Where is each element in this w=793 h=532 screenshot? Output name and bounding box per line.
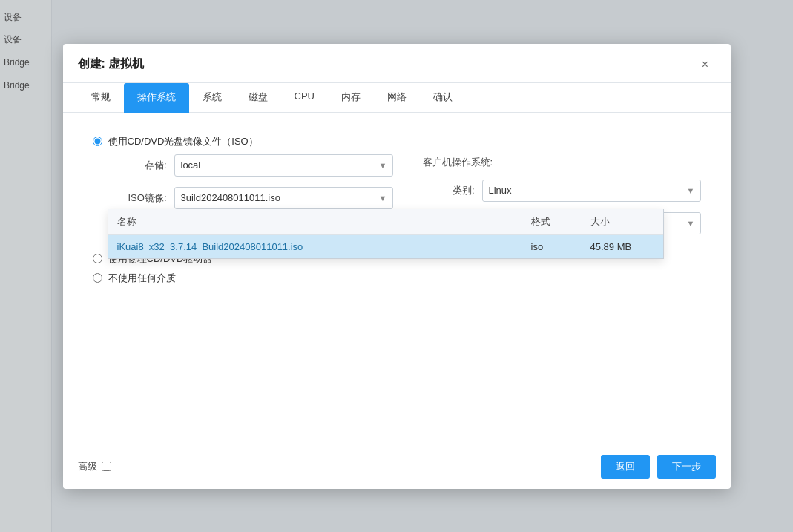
storage-row: 存储: local ▼ bbox=[115, 154, 393, 177]
next-button[interactable]: 下一步 bbox=[657, 455, 716, 479]
radio-label-none: 不使用任何介质 bbox=[108, 272, 176, 285]
dialog-header: 创建: 虚拟机 × bbox=[63, 44, 731, 83]
dropdown-item-format: iso bbox=[522, 235, 582, 258]
back-button[interactable]: 返回 bbox=[601, 455, 650, 479]
radio-no-media[interactable] bbox=[93, 273, 102, 283]
tab-disk[interactable]: 磁盘 bbox=[235, 83, 281, 113]
advanced-section: 高级 bbox=[78, 460, 111, 473]
iso-dropdown: 名称 格式 大小 iKuai8_x32_3.7.14_Build20240801… bbox=[108, 209, 664, 259]
category-select[interactable]: Linux bbox=[482, 180, 701, 202]
tab-bar: 常规 操作系统 系统 磁盘 CPU 内存 网络 确认 bbox=[63, 83, 731, 113]
close-button[interactable]: × bbox=[695, 54, 716, 75]
dropdown-item-size: 45.89 MB bbox=[582, 235, 663, 258]
iso-form-left: 存储: local ▼ ISO镜像: 3uild2024080 bbox=[115, 154, 393, 245]
radio-row-none: 不使用任何介质 bbox=[93, 272, 701, 285]
radio-label-iso: 使用CD/DVD光盘镜像文件（ISO） bbox=[108, 135, 258, 148]
category-select-wrapper: Linux ▼ bbox=[482, 180, 701, 202]
advanced-checkbox[interactable] bbox=[102, 462, 111, 471]
category-label: 类别: bbox=[423, 184, 475, 197]
radio-use-iso[interactable] bbox=[93, 137, 102, 146]
tab-os[interactable]: 操作系统 bbox=[124, 83, 189, 113]
tab-memory[interactable]: 内存 bbox=[328, 83, 374, 113]
iso-row: ISO镜像: 3uild202408011011.iso ▼ 名称 格式 大小 bbox=[115, 187, 393, 209]
tab-confirm[interactable]: 确认 bbox=[420, 83, 466, 113]
iso-select-wrapper: 3uild202408011011.iso ▼ 名称 格式 大小 bbox=[174, 187, 393, 209]
dropdown-item[interactable]: iKuai8_x32_3.7.14_Build202408011011.iso … bbox=[108, 235, 663, 258]
dropdown-header: 名称 格式 大小 bbox=[108, 209, 663, 235]
iso-form-section: 存储: local ▼ ISO镜像: 3uild2024080 bbox=[115, 154, 701, 245]
iso-label: ISO镜像: bbox=[115, 191, 167, 205]
category-row: 类别: Linux ▼ bbox=[423, 180, 701, 202]
col-format: 格式 bbox=[522, 209, 582, 234]
storage-select[interactable]: local bbox=[174, 154, 393, 177]
advanced-label: 高级 bbox=[78, 460, 97, 473]
tab-system[interactable]: 系统 bbox=[189, 83, 235, 113]
modal-overlay: 创建: 虚拟机 × 常规 操作系统 系统 磁盘 CPU 内存 网络 确认 使用C… bbox=[0, 0, 793, 532]
storage-select-wrapper: local ▼ bbox=[174, 154, 393, 177]
radio-row-iso: 使用CD/DVD光盘镜像文件（ISO） bbox=[93, 135, 701, 148]
col-name: 名称 bbox=[108, 209, 522, 234]
tab-general[interactable]: 常规 bbox=[78, 83, 124, 113]
iso-input-display[interactable]: 3uild202408011011.iso bbox=[174, 187, 393, 209]
os-section-label: 客户机操作系统: bbox=[423, 154, 701, 169]
radio-use-physical[interactable] bbox=[93, 254, 102, 263]
dialog-title: 创建: 虚拟机 bbox=[78, 56, 145, 72]
media-radio-group: 使用CD/DVD光盘镜像文件（ISO） 存储: local ▼ bbox=[93, 135, 701, 285]
col-size: 大小 bbox=[582, 209, 663, 234]
tab-cpu[interactable]: CPU bbox=[281, 83, 328, 113]
tab-network[interactable]: 网络 bbox=[374, 83, 420, 113]
dropdown-item-name: iKuai8_x32_3.7.14_Build202408011011.iso bbox=[108, 235, 522, 258]
dialog-footer: 高级 返回 下一步 bbox=[63, 444, 731, 489]
dialog-body: 使用CD/DVD光盘镜像文件（ISO） 存储: local ▼ bbox=[63, 113, 731, 444]
dialog: 创建: 虚拟机 × 常规 操作系统 系统 磁盘 CPU 内存 网络 确认 使用C… bbox=[63, 44, 731, 489]
storage-label: 存储: bbox=[115, 159, 167, 172]
